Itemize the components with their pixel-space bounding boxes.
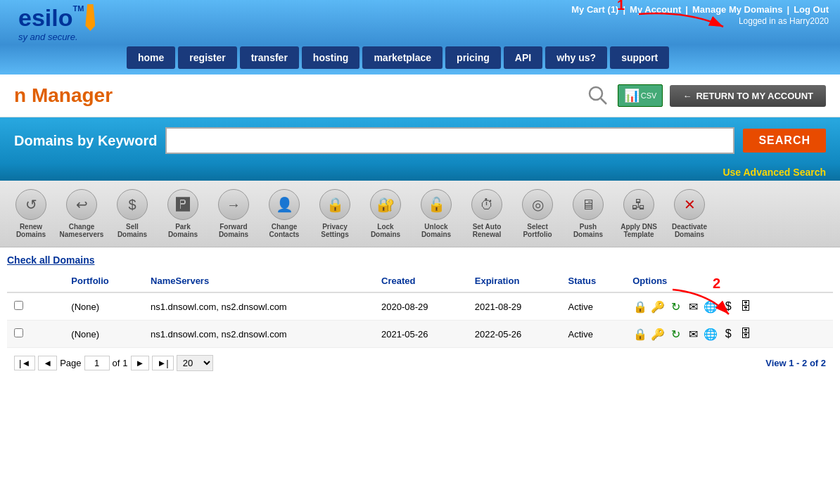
total-pages: 1	[122, 358, 127, 368]
privacy-icon: 🔒	[319, 189, 350, 220]
nameservers-icon: ↩	[66, 189, 97, 220]
tool-portfolio[interactable]: ◎ SelectPortfolio	[514, 186, 561, 241]
col-created: Created	[374, 270, 468, 292]
nav-marketplace[interactable]: marketplace	[362, 46, 443, 69]
row1-status: Active	[561, 292, 626, 321]
search-button[interactable]: SEARCH	[743, 129, 826, 153]
page-nav: |◄ ◄ Page of 1 ► ►| 20 50 100	[14, 355, 213, 371]
logout-link[interactable]: Log Out	[794, 4, 829, 15]
manage-domains-link[interactable]: Manage My Domains	[692, 4, 783, 15]
svg-line-2	[601, 98, 606, 104]
page-title: n Manager	[14, 84, 113, 107]
table-row: (None) ns1.dnsowl.com, ns2.dnsowl.com 20…	[7, 321, 833, 348]
advanced-search-link[interactable]: Use Advanced Search	[0, 164, 840, 181]
email-option-icon[interactable]: ✉	[685, 299, 701, 314]
key-option-icon[interactable]: 🔑	[650, 299, 666, 314]
per-page-select[interactable]: 20 50 100	[177, 355, 213, 371]
key-option-icon[interactable]: 🔑	[650, 326, 666, 342]
row1-domain	[43, 292, 65, 321]
renew-option-icon[interactable]: ↻	[668, 326, 683, 342]
my-account-link[interactable]: My Account	[630, 4, 681, 15]
dollar-option-icon[interactable]: $	[720, 326, 736, 342]
nav-transfer[interactable]: transfer	[240, 46, 299, 69]
tool-push[interactable]: 🖥 PushDomains	[564, 186, 612, 241]
email-option-icon[interactable]: ✉	[685, 326, 701, 342]
col-status: Status	[561, 270, 626, 292]
nav-support[interactable]: support	[610, 46, 669, 69]
lock-icon: 🔐	[370, 189, 401, 220]
search-bar: Domains by Keyword SEARCH	[0, 117, 840, 164]
tool-change-nameservers[interactable]: ↩ ChangeNameservers	[58, 186, 106, 241]
page-number-input[interactable]	[84, 356, 110, 370]
cart-link[interactable]: My Cart (1)	[571, 4, 618, 15]
tool-dns[interactable]: 🖧 Apply DNSTemplate	[615, 186, 663, 241]
col-nameservers: NameServers	[144, 270, 374, 292]
tool-forward[interactable]: → ForwardDomains	[210, 186, 257, 241]
forward-icon: →	[218, 189, 249, 220]
row2-domain	[43, 321, 65, 348]
top-links: My Cart (1) | My Account | Manage My Dom…	[571, 4, 829, 15]
last-page-btn[interactable]: ►|	[152, 356, 173, 370]
nav-whyus[interactable]: why us?	[545, 46, 607, 69]
deactivate-icon: ✕	[674, 189, 705, 220]
tool-sell[interactable]: $ SellDomains	[108, 186, 156, 241]
row1-checkbox[interactable]	[14, 301, 23, 310]
logged-in-label: Logged in as Harry2020	[739, 16, 829, 26]
next-page-btn[interactable]: ►	[131, 356, 150, 370]
svg-point-1	[590, 87, 602, 100]
manager-header: n Manager 📊CSV ← RETURN TO MY ACCOUNT	[0, 75, 840, 117]
portfolio-icon: ◎	[522, 189, 553, 220]
nav-hosting[interactable]: hosting	[302, 46, 360, 69]
row1-expiration: 2021-08-29	[468, 292, 561, 321]
unlock-icon: 🔓	[421, 189, 452, 220]
tool-lock[interactable]: 🔐 LockDomains	[362, 186, 409, 241]
tool-autorenewal[interactable]: ⏱ Set AutoRenewal	[463, 186, 511, 241]
nav-home[interactable]: home	[127, 46, 175, 69]
db-option-icon[interactable]: 🗄	[738, 326, 753, 342]
col-options: Options	[625, 270, 833, 292]
row1-created: 2020-08-29	[374, 292, 468, 321]
nav-pricing[interactable]: pricing	[445, 46, 501, 69]
nav-register[interactable]: register	[178, 46, 236, 69]
row1-portfolio: (None)	[64, 292, 144, 321]
tool-privacy[interactable]: 🔒 PrivacySettings	[311, 186, 359, 241]
toolbar: ↺ RenewDomains ↩ ChangeNameservers $ Sel…	[0, 181, 840, 247]
contacts-icon: 👤	[269, 189, 300, 220]
lock-option-icon[interactable]: 🔒	[632, 299, 648, 314]
tool-change-contacts[interactable]: 👤 ChangeContacts	[260, 186, 308, 241]
return-to-account-button[interactable]: ← RETURN TO MY ACCOUNT	[670, 85, 826, 107]
col-expiration: Expiration	[468, 270, 561, 292]
row2-checkbox[interactable]	[14, 328, 23, 337]
tool-park[interactable]: 🅿 ParkDomains	[159, 186, 207, 241]
col-portfolio: Portfolio	[64, 270, 144, 292]
nav-api[interactable]: API	[504, 46, 542, 69]
row2-created: 2021-05-26	[374, 321, 468, 348]
tool-deactivate[interactable]: ✕ DeactivateDomains	[666, 186, 713, 241]
tool-renew[interactable]: ↺ RenewDomains	[7, 186, 55, 241]
row2-options: 🔒 🔑 ↻ ✉ 🌐 $ 🗄	[625, 321, 833, 348]
renew-option-icon[interactable]: ↻	[668, 299, 683, 314]
check-all-link[interactable]: Check all Domains	[7, 247, 833, 270]
search-icon[interactable]	[585, 83, 611, 108]
prev-page-btn[interactable]: ◄	[38, 356, 57, 370]
row2-expiration: 2022-05-26	[468, 321, 561, 348]
col-domain	[43, 270, 65, 292]
row2-status: Active	[561, 321, 626, 348]
row2-nameservers: ns1.dnsowl.com, ns2.dnsowl.com	[144, 321, 374, 348]
db-option-icon[interactable]: 🗄	[738, 299, 753, 314]
csv-button[interactable]: 📊CSV	[618, 84, 663, 107]
tool-unlock[interactable]: 🔓 UnlockDomains	[412, 186, 460, 241]
autorenewal-icon: ⏱	[471, 189, 502, 220]
globe-option-icon[interactable]: 🌐	[703, 326, 718, 342]
dollar-option-icon[interactable]: $	[720, 299, 736, 314]
globe-option-icon[interactable]: 🌐	[703, 299, 718, 314]
search-input[interactable]	[165, 127, 734, 154]
domain-table: Portfolio NameServers Created Expiration…	[7, 270, 833, 348]
sell-icon: $	[117, 189, 148, 220]
first-page-btn[interactable]: |◄	[14, 356, 35, 370]
trademark: TM	[72, 4, 84, 13]
search-label: Domains by Keyword	[14, 133, 157, 149]
row1-nameservers: ns1.dnsowl.com, ns2.dnsowl.com	[144, 292, 374, 321]
tagline: sy and secure.	[18, 32, 95, 42]
lock-option-icon[interactable]: 🔒	[632, 326, 648, 342]
